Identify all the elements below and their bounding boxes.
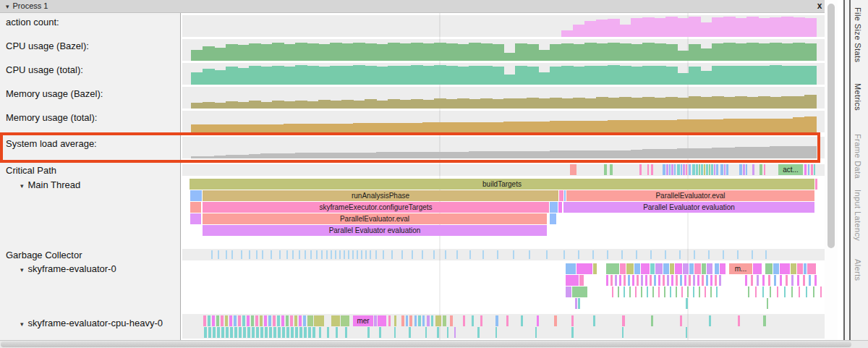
trace-slice[interactable] [606, 275, 608, 286]
trace-slice-buildtargets[interactable]: buildTargets [190, 179, 814, 190]
counter-sample-cpu-usage-total[interactable] [677, 73, 689, 85]
collapse-arrow-icon[interactable]: ▾ [20, 321, 24, 328]
trace-slice[interactable] [719, 275, 721, 286]
trace-slice[interactable] [693, 287, 694, 297]
trace-slice[interactable] [427, 315, 430, 326]
counter-sample-memory-usage-bazel[interactable] [249, 101, 261, 109]
counter-sample-cpu-usage-total[interactable] [538, 72, 550, 85]
counter-sample-cpu-usage-bazel[interactable] [665, 44, 678, 61]
counter-sample-memory-usage-total[interactable] [515, 122, 527, 132]
trace-slice[interactable] [264, 315, 267, 326]
trace-slice[interactable] [216, 315, 219, 326]
counter-sample-cpu-usage-bazel[interactable] [376, 44, 388, 61]
trace-slice[interactable] [247, 327, 250, 338]
trace-slice[interactable] [632, 275, 634, 286]
trace-slice[interactable] [707, 263, 712, 274]
counter-sample-memory-usage-bazel[interactable] [642, 97, 655, 109]
counter-sample-action-count[interactable] [619, 25, 631, 37]
counter-sample-memory-usage-bazel[interactable] [226, 101, 238, 109]
trace-slice[interactable] [208, 315, 210, 326]
trace-slice[interactable] [265, 327, 268, 338]
trace-slice[interactable] [622, 327, 624, 338]
trace-slice[interactable] [213, 327, 216, 338]
trace-slice[interactable] [694, 263, 701, 274]
counter-sample-memory-usage-bazel[interactable] [793, 96, 805, 109]
counter-sample-system-load-average[interactable] [619, 150, 631, 158]
counter-sample-action-count[interactable] [723, 17, 736, 37]
counter-sample-memory-usage-total[interactable] [353, 123, 365, 132]
trace-slice[interactable] [221, 315, 224, 326]
counter-sample-system-load-average[interactable] [307, 153, 319, 158]
counter-sample-memory-usage-bazel[interactable] [260, 102, 273, 109]
trace-slice[interactable] [671, 275, 673, 286]
counter-sample-memory-usage-bazel[interactable] [665, 97, 678, 109]
counter-sample-action-count[interactable] [573, 25, 585, 37]
trace-slice[interactable] [804, 164, 807, 175]
counter-sample-cpu-usage-total[interactable] [434, 65, 446, 85]
counter-sample-system-load-average[interactable] [735, 147, 747, 158]
trace-slice[interactable] [813, 287, 814, 297]
counter-sample-system-load-average[interactable] [411, 152, 423, 158]
trace-slice[interactable] [606, 263, 619, 274]
counter-sample-memory-usage-bazel[interactable] [492, 99, 504, 109]
counter-sample-memory-usage-total[interactable] [469, 122, 481, 132]
trace-slice[interactable] [295, 327, 298, 338]
counter-sample-system-load-average[interactable] [573, 150, 585, 158]
trace-slice[interactable] [651, 315, 653, 326]
trace-slice[interactable] [702, 275, 704, 286]
counter-sample-memory-usage-bazel[interactable] [723, 97, 736, 109]
counter-sample-cpu-usage-bazel[interactable] [527, 44, 539, 61]
trace-slice[interactable] [234, 327, 237, 338]
track-label-cpu-usage-total[interactable]: CPU usage (total): [6, 64, 83, 75]
trace-slice[interactable] [230, 327, 233, 338]
trace-slice[interactable] [680, 275, 682, 286]
track-label-garbage-collector[interactable]: Garbage Collector [6, 250, 82, 260]
counter-sample-memory-usage-bazel[interactable] [515, 98, 527, 109]
collapse-arrow-icon[interactable]: ▾ [20, 266, 24, 273]
counter-sample-memory-usage-total[interactable] [619, 120, 631, 132]
counter-sample-memory-usage-total[interactable] [700, 119, 712, 132]
counter-sample-cpu-usage-bazel[interactable] [307, 43, 319, 61]
counter-sample-cpu-usage-total[interactable] [272, 66, 284, 85]
counter-sample-cpu-usage-total[interactable] [203, 69, 215, 85]
counter-sample-memory-usage-total[interactable] [307, 124, 319, 132]
trace-slice[interactable] [720, 263, 726, 274]
trace-slice[interactable] [651, 164, 653, 175]
trace-slice[interactable] [760, 164, 762, 175]
counter-sample-cpu-usage-total[interactable] [584, 66, 597, 85]
counter-sample-memory-usage-total[interactable] [654, 120, 666, 132]
counter-sample-memory-usage-total[interactable] [422, 122, 435, 132]
trace-slice[interactable] [243, 327, 246, 338]
counter-sample-cpu-usage-bazel[interactable] [584, 43, 597, 61]
counter-sample-cpu-usage-bazel[interactable] [434, 43, 446, 61]
trace-slice[interactable] [550, 202, 558, 213]
counter-sample-action-count[interactable] [700, 22, 712, 37]
counter-sample-cpu-usage-bazel[interactable] [758, 43, 770, 61]
trace-slice[interactable] [654, 275, 656, 286]
trace-slice[interactable] [664, 287, 665, 297]
counter-sample-cpu-usage-bazel[interactable] [411, 43, 423, 61]
counter-sample-action-count[interactable] [596, 20, 608, 37]
trace-slice[interactable] [190, 213, 201, 224]
counter-sample-system-load-average[interactable] [550, 150, 562, 158]
counter-sample-cpu-usage-total[interactable] [503, 75, 516, 85]
trace-slice[interactable] [797, 275, 799, 286]
counter-sample-cpu-usage-bazel[interactable] [203, 46, 215, 61]
counter-sample-memory-usage-total[interactable] [260, 124, 273, 132]
counter-sample-system-load-average[interactable] [654, 149, 666, 158]
counter-sample-system-load-average[interactable] [492, 151, 504, 158]
trace-slice[interactable] [777, 287, 778, 297]
trace-slice[interactable] [221, 327, 224, 338]
counter-sample-system-load-average[interactable] [596, 150, 608, 158]
counter-sample-system-load-average[interactable] [584, 150, 597, 158]
counter-sample-cpu-usage-bazel[interactable] [712, 43, 724, 61]
counter-sample-system-load-average[interactable] [284, 153, 296, 158]
counter-sample-system-load-average[interactable] [318, 153, 331, 158]
counter-sample-memory-usage-total[interactable] [457, 122, 469, 132]
trace-slice[interactable] [686, 327, 687, 338]
counter-sample-memory-usage-bazel[interactable] [700, 97, 712, 109]
trace-slice[interactable] [767, 298, 768, 309]
counter-sample-cpu-usage-total[interactable] [804, 66, 817, 85]
process-title[interactable]: ▾Process 1 [6, 1, 48, 10]
counter-sample-cpu-usage-total[interactable] [330, 66, 342, 85]
